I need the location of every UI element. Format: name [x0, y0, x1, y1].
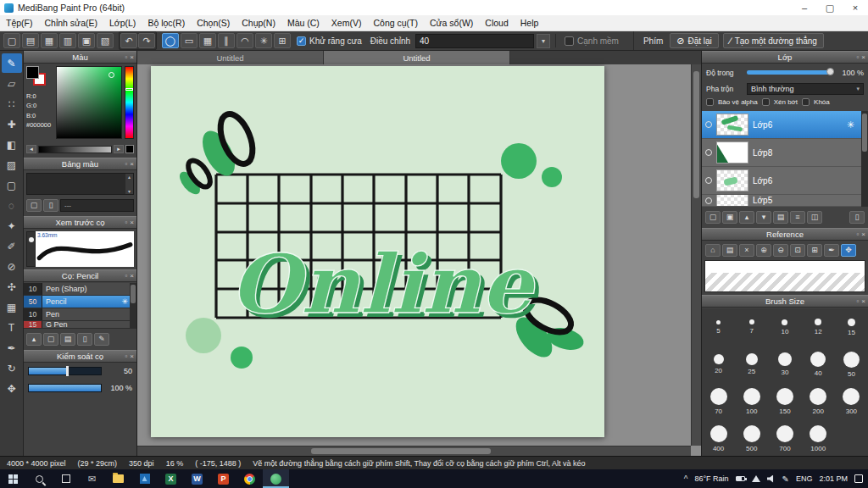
snap-settings-button[interactable]: ⊞: [274, 33, 291, 48]
layer-list-scrollbar[interactable]: [861, 111, 868, 207]
layer-visibility-toggle[interactable]: [705, 177, 712, 184]
canvas-vertical-scrollbar[interactable]: [691, 64, 701, 446]
brush-item-selected[interactable]: 50 Pencil ✳: [24, 296, 136, 308]
language-indicator[interactable]: ENG: [796, 474, 813, 483]
lasso-tool[interactable]: ◌: [2, 196, 22, 215]
add-palette-button[interactable]: ▢: [26, 199, 42, 212]
panel-close-icon[interactable]: ×: [861, 297, 865, 305]
brush-size-option[interactable]: 12: [802, 308, 835, 346]
move-tool[interactable]: ✚: [2, 114, 22, 134]
add-layer-button[interactable]: ▢: [705, 211, 721, 224]
file-explorer-button[interactable]: [105, 469, 131, 488]
adjust-dropdown-icon[interactable]: ▾: [537, 34, 550, 48]
excel-app-button[interactable]: X: [158, 469, 184, 488]
slider-knob[interactable]: [826, 68, 834, 75]
straight-line-button[interactable]: ∕ Tạo một đường thẳng: [723, 33, 824, 48]
layer-row[interactable]: Lớp8: [702, 139, 868, 167]
layer-folder-button[interactable]: ▤: [773, 211, 788, 224]
preview-zoom-slider[interactable]: [26, 231, 36, 267]
brush-size-option[interactable]: 100: [735, 383, 768, 420]
menu-layer[interactable]: Lớp(L): [103, 15, 142, 30]
brush-size-option[interactable]: 1000: [802, 420, 835, 458]
soft-edge-checkbox[interactable]: Cạnh mềm: [565, 36, 619, 46]
layer-visibility-toggle[interactable]: [705, 197, 712, 204]
select-pen-tool[interactable]: ✐: [2, 236, 22, 256]
battery-icon[interactable]: [736, 476, 745, 481]
reference-zoom-out-button[interactable]: ⊖: [773, 244, 788, 257]
brush-size-option[interactable]: 700: [768, 420, 801, 458]
menu-window[interactable]: Cửa sổ(W): [424, 15, 479, 30]
document-tab[interactable]: Untitled: [137, 51, 324, 64]
adjust-input[interactable]: [415, 34, 534, 48]
scrollbar-thumb[interactable]: [693, 71, 699, 198]
delete-layer-button[interactable]: ▯: [849, 211, 865, 224]
photos-app-button[interactable]: [131, 469, 158, 488]
select-eraser-tool[interactable]: ⊘: [2, 257, 22, 276]
save-file-button[interactable]: ▦: [41, 33, 58, 48]
antialias-checkbox[interactable]: ✓ Khử răng cưa: [297, 36, 362, 46]
panel-popout-icon[interactable]: ▫: [125, 219, 127, 226]
reference-home-button[interactable]: ⌂: [705, 244, 721, 257]
brush-opacity-slider[interactable]: [28, 384, 102, 392]
layer-row[interactable]: Lớp6: [702, 167, 868, 195]
brush-list-scrollbar[interactable]: [130, 283, 136, 329]
minimize-button[interactable]: –: [792, 0, 817, 15]
layer-settings-icon[interactable]: ✳: [847, 119, 854, 130]
brush-size-option[interactable]: 7: [735, 308, 768, 346]
duplicate-layer-button[interactable]: ▣: [722, 211, 737, 224]
reference-fit-button[interactable]: ⊡: [790, 244, 805, 257]
color-swatches[interactable]: [26, 66, 48, 88]
prev-color-button[interactable]: ◂: [26, 145, 36, 153]
scroll-down-icon[interactable]: ▾: [128, 188, 131, 194]
menu-capture[interactable]: Chụp(N): [236, 15, 281, 30]
canvas-artwork[interactable]: Online Online: [151, 66, 604, 437]
panel-close-icon[interactable]: ×: [130, 160, 134, 168]
reference-grid-button[interactable]: ⊞: [807, 244, 822, 257]
volume-icon[interactable]: [767, 475, 776, 483]
chrome-app-button[interactable]: [236, 469, 263, 488]
brush-scroll-up-button[interactable]: ▴: [26, 333, 42, 346]
menu-edit[interactable]: Chỉnh sửa(E): [39, 15, 103, 30]
merge-layer-button[interactable]: ≡: [790, 211, 805, 224]
panel-close-icon[interactable]: ×: [130, 352, 134, 360]
eyedropper-tool[interactable]: ✒: [2, 338, 22, 358]
parallel-snap-button[interactable]: ∥: [218, 33, 235, 48]
menu-tools[interactable]: Công cụ(T): [367, 15, 424, 30]
brush-size-option[interactable]: 150: [768, 383, 801, 420]
blend-mode-select[interactable]: Bình thường ▾: [747, 83, 864, 95]
edit-brush-button[interactable]: ✎: [94, 333, 109, 346]
clipping-checkbox[interactable]: [762, 98, 770, 106]
brush-size-option[interactable]: 300: [835, 383, 868, 420]
scroll-up-icon[interactable]: ▴: [128, 174, 131, 180]
next-color-button[interactable]: ▸: [114, 145, 124, 153]
menu-color[interactable]: Màu (C): [281, 15, 326, 30]
gradient-tool[interactable]: ▨: [2, 155, 22, 175]
add-brush-button[interactable]: ▢: [43, 333, 58, 346]
brush-item[interactable]: 10 Pen (Sharp): [24, 283, 136, 296]
word-app-button[interactable]: W: [184, 469, 210, 488]
panel-close-icon[interactable]: ×: [130, 53, 134, 61]
delete-brush-button[interactable]: ▯: [77, 333, 92, 346]
layer-visibility-toggle[interactable]: [705, 149, 712, 156]
weather-status[interactable]: 86°F Rain: [694, 474, 728, 483]
select-tool[interactable]: ▢: [2, 175, 22, 195]
reference-eyedropper-button[interactable]: ✒: [824, 244, 839, 257]
dot-tool[interactable]: ∷: [2, 94, 22, 114]
canvas-horizontal-scrollbar[interactable]: [137, 446, 691, 456]
tray-expand-icon[interactable]: ^: [684, 474, 688, 484]
rect-select-button[interactable]: ▭: [181, 33, 198, 48]
menu-select[interactable]: Chọn(S): [191, 15, 236, 30]
panel-close-icon[interactable]: ×: [130, 219, 134, 226]
slider-knob[interactable]: [66, 366, 69, 376]
pen-icon[interactable]: ✎: [782, 474, 789, 484]
brush-size-option[interactable]: 25: [735, 346, 768, 383]
brush-size-option[interactable]: 5: [702, 308, 735, 346]
reference-hand-button[interactable]: ✥: [841, 244, 856, 257]
menu-view[interactable]: Xem(V): [326, 15, 368, 30]
rotate-tool[interactable]: ↻: [2, 358, 22, 378]
hue-slider[interactable]: [125, 66, 134, 139]
saturation-value-picker[interactable]: [56, 66, 122, 139]
layer-visibility-toggle[interactable]: [705, 121, 712, 128]
menu-cloud[interactable]: Cloud: [479, 15, 514, 30]
brush-size-option[interactable]: 10: [768, 308, 801, 346]
